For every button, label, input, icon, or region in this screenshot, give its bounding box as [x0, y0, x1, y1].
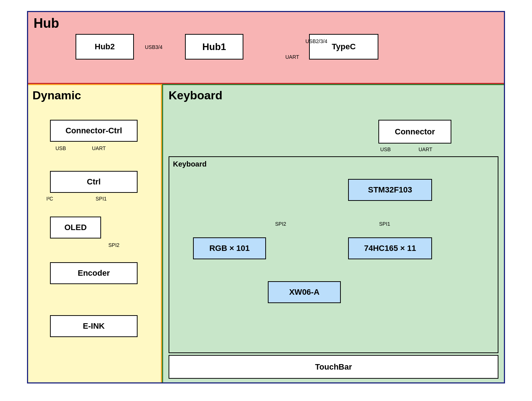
outer-border	[27, 11, 505, 383]
diagram-container: Hub Hub2 Hub1 TypeC USB3/4 USB2/3/4 UART…	[27, 11, 505, 383]
